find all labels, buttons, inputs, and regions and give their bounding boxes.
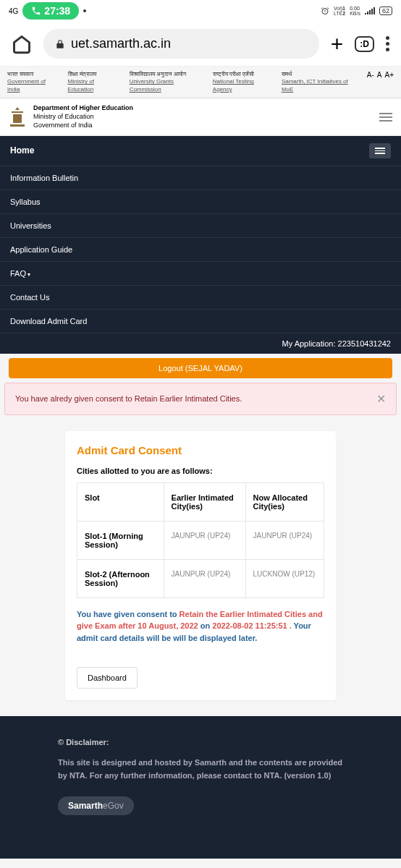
nav-faq[interactable]: FAQ▾ — [0, 262, 401, 286]
consent-alert: You have alredy given consent to Retain … — [4, 383, 397, 415]
signal-icon — [365, 7, 375, 14]
table-row: Slot-2 (Afternoon Session) JAUNPUR (UP24… — [77, 559, 324, 597]
font-size-controls: A- A A+ — [367, 71, 394, 79]
url-bar[interactable]: uet.samarth.ac.in — [43, 29, 319, 59]
card-title: Admit Card Consent — [65, 431, 336, 467]
samarth-badge: SamartheGov — [58, 796, 134, 815]
url-text: uet.samarth.ac.in — [71, 36, 171, 51]
chevron-down-icon: ▾ — [28, 271, 30, 278]
notification-dot — [83, 9, 86, 12]
department-header: Department of Higher Education Ministry … — [0, 98, 401, 136]
header-menu-icon[interactable] — [379, 113, 392, 122]
earlier-city-cell: JAUNPUR (UP24) — [164, 521, 245, 559]
disclaimer-text: This site is designed and hosted by Sama… — [58, 757, 343, 782]
browser-toolbar: uet.samarth.ac.in + :D — [0, 22, 401, 67]
th-slot: Slot — [77, 482, 164, 521]
lock-icon — [55, 39, 65, 49]
phone-icon — [31, 6, 41, 16]
browser-menu-icon[interactable] — [386, 36, 389, 51]
consent-text: You have given consent to Retain the Ear… — [77, 608, 324, 644]
dept-line3: Government of India — [33, 122, 133, 130]
phone-status-bar: 4G 27:38 Vol)1LTE2 0.00 KB/s 62 — [0, 0, 401, 22]
now-city-cell: LUCKNOW (UP12) — [245, 559, 324, 597]
earlier-city-cell: JAUNPUR (UP24) — [164, 559, 245, 597]
call-time: 27:38 — [44, 5, 70, 17]
th-now: Now Allocated City(ies) — [245, 482, 324, 521]
gov-link-moe[interactable]: शिक्षा मंत्रालयMinistry of Education — [68, 71, 117, 93]
call-pill[interactable]: 27:38 — [22, 2, 79, 20]
nav-contact[interactable]: Contact Us — [0, 286, 401, 310]
nav-menu-icon[interactable] — [369, 143, 391, 158]
volte-text: Vol)1LTE2 — [334, 6, 345, 16]
slot-cell: Slot-2 (Afternoon Session) — [77, 559, 164, 597]
admit-card-consent-card: Admit Card Consent Cities allotted to yo… — [65, 431, 336, 701]
nav-universities[interactable]: Universities — [0, 214, 401, 238]
slot-cell: Slot-1 (Morning Session) — [77, 521, 164, 559]
close-icon[interactable]: ✕ — [376, 392, 386, 406]
alarm-icon — [321, 7, 329, 15]
gov-links-bar: भारत सरकारGovernment of India शिक्षा मंत… — [0, 67, 401, 98]
signal-text: 4G — [9, 7, 18, 15]
table-row: Slot-1 (Morning Session) JAUNPUR (UP24) … — [77, 521, 324, 559]
font-decrease[interactable]: A- — [367, 71, 374, 79]
logout-button[interactable]: Logout (SEJAL YADAV) — [9, 358, 392, 378]
nav-application-guide[interactable]: Application Guide — [0, 238, 401, 262]
card-subtitle: Cities allotted to you are as follows: — [77, 467, 324, 475]
nav-syllabus[interactable]: Syllabus — [0, 190, 401, 214]
gov-link-ugc[interactable]: विश्वविद्यालय अनुदान आयोगUniversity Gran… — [130, 71, 200, 93]
application-number: 223510431242 — [338, 339, 391, 348]
my-application: My Application: 223510431242 — [0, 333, 401, 354]
new-tab-icon[interactable]: + — [331, 32, 344, 56]
gov-link-india[interactable]: भारत सरकारGovernment of India — [7, 71, 55, 93]
battery-indicator: 62 — [379, 7, 392, 15]
dept-line2: Ministry of Education — [33, 113, 133, 122]
gov-link-samarth[interactable]: समर्थSamarth, ICT Initiatives of MoE — [282, 71, 354, 93]
alert-text: You have alredy given consent to Retain … — [15, 394, 242, 403]
dashboard-button[interactable]: Dashboard — [77, 667, 138, 689]
dept-line1: Department of Higher Education — [33, 104, 133, 113]
now-city-cell: JAUNPUR (UP24) — [245, 521, 324, 559]
nav-home-row: Home — [0, 136, 401, 166]
font-increase[interactable]: A+ — [384, 71, 394, 79]
emblem-icon — [9, 107, 26, 127]
nav-home[interactable]: Home — [10, 145, 34, 156]
font-normal[interactable]: A — [377, 71, 382, 79]
th-earlier: Earlier Intimated City(ies) — [164, 482, 245, 521]
tabs-button[interactable]: :D — [355, 36, 374, 52]
net-speed: 0.00 KB/s — [350, 6, 360, 16]
nav-info-bulletin[interactable]: Information Bulletin — [0, 166, 401, 190]
home-icon[interactable] — [12, 34, 32, 54]
gov-link-nta[interactable]: राष्ट्रीय परीक्षा एजेंसीNational Testing… — [213, 71, 269, 93]
city-table: Slot Earlier Intimated City(ies) Now All… — [77, 482, 324, 598]
nav-download-admit[interactable]: Download Admit Card — [0, 310, 401, 333]
main-nav: Home Information Bulletin Syllabus Unive… — [0, 136, 401, 354]
disclaimer-label: © Disclaimer: — [58, 738, 343, 746]
page-footer: © Disclaimer: This site is designed and … — [0, 716, 401, 859]
